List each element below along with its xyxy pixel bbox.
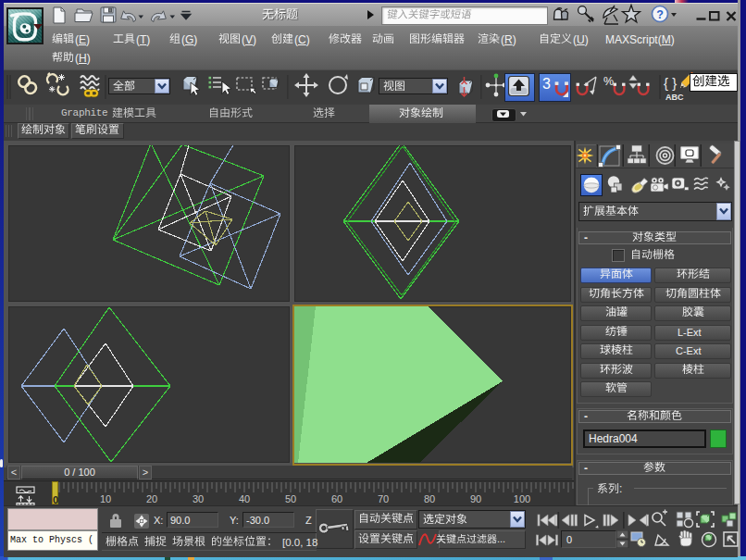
svg-text:30: 30	[193, 493, 204, 504]
svg-text:100: 100	[514, 493, 530, 504]
svg-text:...: ...	[497, 533, 505, 544]
svg-text:ABC: ABC	[665, 93, 684, 102]
svg-text:?: ?	[656, 8, 664, 21]
svg-text:%: %	[603, 75, 614, 88]
svg-text:{ }: { }	[664, 75, 677, 91]
svg-text:20: 20	[146, 493, 157, 504]
svg-text:10: 10	[100, 493, 111, 504]
svg-text:3: 3	[542, 76, 551, 92]
svg-text:60: 60	[331, 493, 342, 504]
svg-text:90: 90	[470, 493, 481, 504]
svg-text:50: 50	[285, 493, 296, 504]
svg-text:80: 80	[424, 493, 435, 504]
svg-text:40: 40	[239, 493, 250, 504]
svg-text::: :	[619, 482, 622, 495]
svg-text:70: 70	[378, 493, 389, 504]
